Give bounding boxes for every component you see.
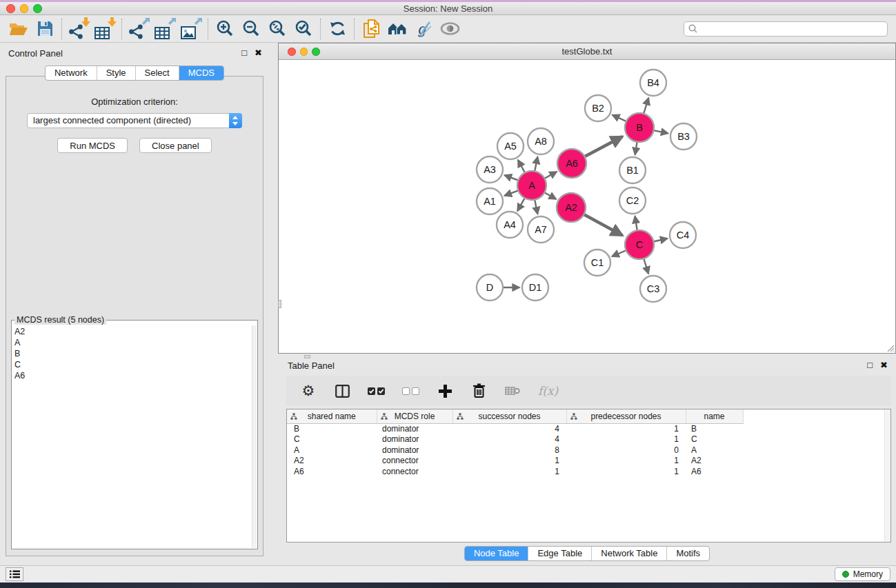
delete-icon[interactable] [470,381,487,401]
network-node-A4[interactable]: A4 [497,212,523,238]
refresh-icon[interactable] [324,17,350,41]
gene-mapper-icon[interactable]: g [410,17,437,41]
table-row[interactable]: A2connector11A2 [287,456,743,467]
table-row[interactable]: Bdominator41B [287,423,743,434]
network-title: testGlobe.txt [279,46,895,57]
network-node-C[interactable]: C [625,230,654,259]
houses-icon[interactable] [384,17,410,41]
float-panel-icon[interactable]: □ [867,360,873,370]
open-session-icon[interactable] [6,17,32,41]
export-network-icon[interactable] [126,17,152,41]
network-node-A5[interactable]: A5 [497,133,524,159]
import-network-icon[interactable] [66,17,92,41]
select-all-icon[interactable] [368,381,385,401]
network-node-C2[interactable]: C2 [619,187,646,214]
table-panel-title: Table Panel [288,361,335,371]
network-node-A7[interactable]: A7 [528,216,554,243]
toolbar-separator [61,19,62,39]
criterion-dropdown[interactable]: largest connected component (directed) [27,113,242,128]
add-icon[interactable] [437,381,453,401]
columns-icon[interactable] [334,381,350,401]
network-node-B[interactable]: B [625,113,654,142]
mcds-result-item[interactable]: A2 [14,326,249,337]
resize-grip-icon[interactable] [886,343,895,352]
network-node-B3[interactable]: B3 [670,123,697,150]
close-panel-button[interactable]: Close panel [139,138,212,153]
deselect-all-icon[interactable] [402,381,419,401]
cell-successor: 1 [452,466,566,477]
close-panel-icon[interactable]: ✖ [255,48,262,58]
network-graph[interactable]: B4B2BB3A8A5A6B1A3AC2A1A2A4A7C4CC1C3DD1 [279,60,895,352]
column-header-name[interactable]: name [686,409,743,423]
save-session-icon[interactable] [32,17,58,41]
network-node-A6[interactable]: A6 [557,149,586,178]
network-node-A8[interactable]: A8 [528,128,554,154]
mcds-result-item[interactable]: A [14,337,249,348]
tab-style[interactable]: Style [97,66,136,80]
task-history-button[interactable] [6,567,23,581]
search-input[interactable] [684,21,888,37]
mcds-result-item[interactable]: B [14,348,249,359]
network-node-C1[interactable]: C1 [584,250,610,276]
network-node-A2[interactable]: A2 [557,193,586,222]
scrollbar-track[interactable] [252,325,257,548]
close-panel-icon[interactable]: ✖ [880,360,888,370]
network-node-B2[interactable]: B2 [585,95,611,121]
column-header-mcds-role[interactable]: MCDS role [377,409,452,423]
cell-predecessor: 1 [566,466,686,477]
mcds-result-item[interactable]: C [14,359,249,370]
export-image-icon[interactable] [178,17,204,41]
tab-node-table[interactable]: Node Table [465,547,529,560]
tab-motifs[interactable]: Motifs [667,547,709,560]
run-mcds-button[interactable]: Run MCDS [57,138,128,153]
control-panel-title: Control Panel [8,48,63,59]
zoom-in-icon[interactable] [212,17,238,41]
table-row[interactable]: Cdominator41C [287,434,743,445]
network-node-A1[interactable]: A1 [477,188,503,214]
memory-button[interactable]: Memory [835,567,890,581]
network-node-C3[interactable]: C3 [640,276,666,302]
eye-icon[interactable] [437,17,463,41]
network-canvas[interactable]: B4B2BB3A8A5A6B1A3AC2A1A2A4A7C4CC1C3DD1 [279,60,895,352]
network-node-D1[interactable]: D1 [522,274,548,301]
svg-text:B1: B1 [626,165,639,176]
column-header-successor-nodes[interactable]: successor nodes [452,409,566,423]
svg-text:C2: C2 [626,195,639,206]
tab-edge-table[interactable]: Edge Table [528,547,592,560]
network-node-A3[interactable]: A3 [477,156,503,183]
control-panel: Control Panel □ ✖ NetworkStyleSelectMCDS… [0,43,269,565]
column-header-predecessor-nodes[interactable]: predecessor nodes [566,409,686,423]
tab-network-table[interactable]: Network Table [592,547,667,560]
network-node-A[interactable]: A [517,171,546,200]
network-node-B1[interactable]: B1 [619,157,646,183]
svg-text:B2: B2 [592,103,604,114]
tab-network[interactable]: Network [46,66,97,80]
list-icon [10,570,20,578]
zoom-out-icon[interactable] [238,17,264,41]
tab-mcds[interactable]: MCDS [179,66,223,80]
gear-icon[interactable]: ⚙ [300,381,317,401]
toolbar-separator [354,19,355,39]
clone-network-icon[interactable] [358,17,384,41]
export-table-icon[interactable] [152,17,178,41]
import-table-icon[interactable] [92,17,118,41]
zoom-selected-icon[interactable] [290,17,317,41]
cell-shared_name: A2 [287,456,377,467]
cell-name: A6 [686,466,743,477]
float-panel-icon[interactable]: □ [241,48,247,58]
cell-name: C [686,434,743,445]
scrollbar-track[interactable] [884,409,890,542]
divider-grip[interactable] [278,300,281,308]
network-node-D[interactable]: D [477,274,503,301]
svg-text:A2: A2 [565,202,577,213]
mcds-result-title: MCDS result (5 nodes) [14,315,106,325]
mcds-result-item[interactable]: A6 [14,370,249,381]
table-row[interactable]: A6connector11A6 [287,466,743,477]
network-node-C4[interactable]: C4 [670,222,696,248]
table-row[interactable]: Adominator80A [287,445,743,456]
column-header-shared-name[interactable]: shared name [287,409,377,423]
svg-text:A7: A7 [535,224,547,235]
network-node-B4[interactable]: B4 [640,70,666,96]
zoom-fit-icon[interactable] [264,17,290,41]
tab-select[interactable]: Select [136,66,179,80]
